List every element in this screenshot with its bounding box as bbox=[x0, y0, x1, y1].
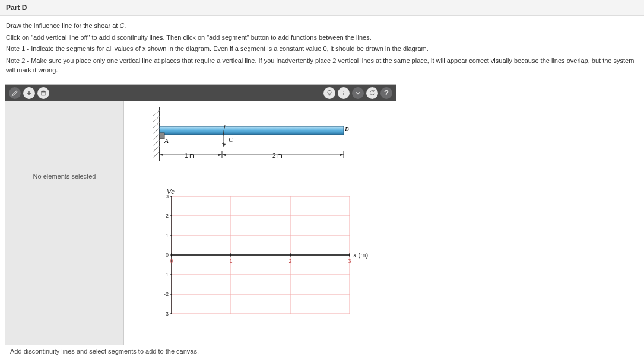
svg-marker-21 bbox=[340, 154, 344, 156]
refresh-button[interactable] bbox=[366, 87, 378, 99]
svg-line-10 bbox=[153, 152, 160, 158]
instruction-line-1: Click on "add vertical line off" to add … bbox=[6, 33, 638, 43]
point-c-label: C bbox=[229, 136, 233, 143]
svg-line-9 bbox=[153, 146, 160, 152]
point-b-label: B bbox=[345, 125, 349, 132]
status-bar: Add discontinuity lines and select segme… bbox=[5, 345, 396, 359]
svg-point-1 bbox=[328, 90, 331, 94]
info-button[interactable] bbox=[338, 87, 350, 99]
pencil-icon bbox=[11, 90, 18, 97]
question-icon: ? bbox=[384, 88, 389, 97]
selection-status: No elements selected bbox=[33, 173, 96, 180]
svg-line-8 bbox=[153, 140, 160, 146]
chevron-down-icon bbox=[354, 90, 361, 97]
info-icon bbox=[340, 90, 347, 97]
svg-text:3: 3 bbox=[348, 258, 351, 264]
instruction-line-2: Note 1 - Indicate the segments for all v… bbox=[6, 44, 638, 54]
plot-x-axis-label: x (m) bbox=[353, 251, 368, 259]
svg-text:0: 0 bbox=[170, 258, 173, 264]
draw-tool-button[interactable] bbox=[9, 87, 21, 99]
hint-button[interactable] bbox=[323, 87, 335, 99]
plot-y-axis-label: Vc bbox=[167, 188, 175, 195]
refresh-icon bbox=[369, 90, 376, 97]
add-tool-button[interactable] bbox=[23, 87, 35, 99]
expand-button[interactable] bbox=[352, 87, 364, 99]
svg-text:1: 1 bbox=[166, 233, 169, 238]
svg-rect-0 bbox=[42, 91, 45, 95]
svg-marker-19 bbox=[218, 154, 222, 156]
svg-line-7 bbox=[153, 134, 160, 140]
svg-text:2: 2 bbox=[288, 258, 291, 264]
svg-line-5 bbox=[153, 122, 160, 128]
svg-rect-11 bbox=[160, 126, 344, 135]
svg-text:1: 1 bbox=[229, 258, 232, 264]
workspace-footer-space bbox=[5, 359, 396, 364]
part-header: Part D bbox=[0, 0, 644, 16]
canvas-area[interactable]: A B C 1 m 2 m bbox=[124, 101, 396, 345]
influence-line-plot[interactable]: Vc x (m) bbox=[136, 190, 373, 327]
workspace: ? No elements selected bbox=[5, 84, 396, 364]
svg-text:-3: -3 bbox=[164, 311, 169, 317]
svg-marker-13 bbox=[222, 143, 226, 147]
delete-tool-button[interactable] bbox=[37, 87, 49, 99]
dim-1-label: 1 m bbox=[185, 152, 195, 159]
trash-icon bbox=[40, 90, 47, 97]
instruction-title: Draw the influence line for the shear at… bbox=[6, 21, 638, 31]
selection-panel: No elements selected bbox=[5, 101, 124, 345]
svg-text:0: 0 bbox=[166, 252, 169, 258]
svg-line-3 bbox=[153, 110, 160, 116]
toolbar: ? bbox=[5, 85, 396, 101]
dim-2-label: 2 m bbox=[272, 152, 283, 159]
help-button[interactable]: ? bbox=[380, 87, 392, 99]
point-a-label: A bbox=[164, 137, 169, 144]
svg-text:-1: -1 bbox=[164, 272, 169, 278]
svg-line-4 bbox=[153, 116, 160, 122]
svg-text:2: 2 bbox=[166, 213, 169, 219]
svg-line-6 bbox=[153, 128, 160, 134]
beam-diagram: A B C 1 m 2 m bbox=[136, 107, 356, 179]
problem-description: Draw the influence line for the shear at… bbox=[0, 16, 644, 84]
svg-marker-20 bbox=[222, 154, 226, 156]
svg-text:-2: -2 bbox=[164, 291, 169, 297]
plus-icon bbox=[26, 90, 33, 97]
svg-rect-12 bbox=[160, 133, 164, 139]
bulb-icon bbox=[326, 90, 333, 97]
instruction-line-3: Note 2 - Make sure you place only one ve… bbox=[6, 56, 638, 75]
